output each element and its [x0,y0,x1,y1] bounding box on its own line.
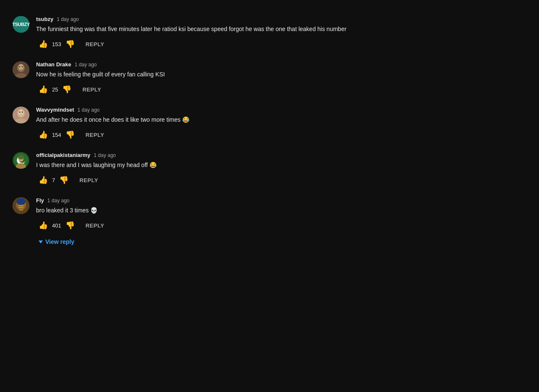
comment-actions-tsubzy: 👍 153 👎 REPLY [36,39,526,50]
username-nathan: Nathan Drake [36,61,71,68]
reply-button-wavy[interactable]: REPLY [82,130,108,140]
dislike-icon-nathan: 👎 [62,86,71,93]
comment-official: officialpakistaniarmy 1 day ago I was th… [13,144,526,190]
comment-header-tsubzy: tsubzy 1 day ago [36,16,526,22]
dislike-button-tsubzy[interactable]: 👎 [63,39,77,50]
avatar-official [13,152,29,169]
like-icon-fly: 👍 [39,222,48,229]
reply-button-tsubzy[interactable]: REPLY [82,39,108,49]
like-count-official: 7 [52,177,55,183]
comment-body-nathan: Nathan Drake 1 day ago Now he is feeling… [36,61,526,95]
avatar-tsubzy: TSUBZY [13,16,29,33]
comment-body-fly: Fly 1 day ago bro leaked it 3 times 💀 👍 … [36,197,526,231]
svg-text:13: 13 [19,208,23,212]
comment-tsubzy: TSUBZY tsubzy 1 day ago The funniest thi… [13,8,526,54]
comment-text-nathan: Now he is feeling the guilt of every fan… [36,70,526,79]
svg-point-19 [18,155,24,159]
comment-fly: 13 Fly 1 day ago bro leaked it 3 times 💀… [13,190,526,235]
like-button-official[interactable]: 👍 [36,175,50,186]
comment-header-nathan: Nathan Drake 1 day ago [36,61,526,68]
comment-wavy: Wavvymindset 1 day ago And after he does… [13,99,526,144]
comment-body-official: officialpakistaniarmy 1 day ago I was th… [36,152,526,186]
dislike-button-nathan[interactable]: 👎 [60,84,74,95]
comment-actions-nathan: 👍 25 👎 REPLY [36,84,526,95]
comment-thread: TSUBZY tsubzy 1 day ago The funniest thi… [13,8,526,251]
username-tsubzy: tsubzy [36,16,53,22]
timestamp-official: 1 day ago [94,152,116,158]
like-icon-wavy: 👍 [39,131,48,139]
comment-header-fly: Fly 1 day ago [36,197,526,204]
comment-body-tsubzy: tsubzy 1 day ago The funniest thing was … [36,16,526,50]
like-count-wavy: 154 [52,132,61,138]
timestamp-nathan: 1 day ago [75,62,97,68]
dislike-icon-official: 👎 [59,176,68,184]
dislike-button-fly[interactable]: 👎 [63,220,77,231]
timestamp-wavy: 1 day ago [78,107,100,113]
dislike-button-official[interactable]: 👎 [57,175,71,186]
comment-text-fly: bro leaked it 3 times 💀 [36,206,526,215]
username-wavy: Wavvymindset [36,107,74,113]
comment-body-wavy: Wavvymindset 1 day ago And after he does… [36,107,526,140]
svg-point-10 [19,112,21,113]
dislike-icon-fly: 👎 [65,222,75,229]
like-button-nathan[interactable]: 👍 [36,84,50,95]
like-icon-nathan: 👍 [39,86,48,93]
comment-text-wavy: And after he does it once he does it lik… [36,115,526,124]
avatar-nathan [13,61,29,78]
comment-nathan: Nathan Drake 1 day ago Now he is feeling… [13,54,526,99]
avatar-wavy [13,107,29,123]
svg-point-4 [19,66,21,68]
comment-text-tsubzy: The funniest thing was that five minutes… [36,25,526,34]
reply-button-nathan[interactable]: REPLY [79,85,105,94]
comment-actions-official: 👍 7 👎 REPLY [36,175,526,186]
comment-actions-fly: 👍 401 👎 REPLY [36,220,526,231]
like-icon-official: 👍 [39,176,48,184]
dislike-icon-tsubzy: 👎 [65,40,75,48]
timestamp-tsubzy: 1 day ago [57,16,79,22]
reply-button-fly[interactable]: REPLY [82,221,108,230]
svg-point-11 [22,112,23,113]
timestamp-fly: 1 day ago [47,198,70,204]
username-fly: Fly [36,197,44,204]
svg-point-24 [16,198,26,205]
like-count-tsubzy: 153 [52,41,61,47]
dislike-button-wavy[interactable]: 👎 [63,129,77,140]
chevron-down-icon [39,240,43,243]
dislike-icon-wavy: 👎 [65,131,75,139]
comment-header-official: officialpakistaniarmy 1 day ago [36,152,526,158]
view-reply-button[interactable]: View reply [36,237,77,247]
reply-button-official[interactable]: REPLY [76,175,102,185]
like-count-fly: 401 [52,222,61,229]
view-reply-row: View reply [36,237,526,251]
like-icon-tsubzy: 👍 [39,40,48,48]
comment-actions-wavy: 👍 154 👎 REPLY [36,129,526,140]
view-reply-label: View reply [45,238,74,245]
username-official: officialpakistaniarmy [36,152,90,158]
comment-text-official: I was there and I was laughing my head o… [36,161,526,170]
comment-header-wavy: Wavvymindset 1 day ago [36,107,526,113]
like-button-tsubzy[interactable]: 👍 [36,39,50,50]
svg-point-5 [22,66,23,68]
like-button-fly[interactable]: 👍 [36,220,50,231]
avatar-fly: 13 [13,197,29,214]
like-button-wavy[interactable]: 👍 [36,129,50,140]
like-count-nathan: 25 [52,86,58,93]
